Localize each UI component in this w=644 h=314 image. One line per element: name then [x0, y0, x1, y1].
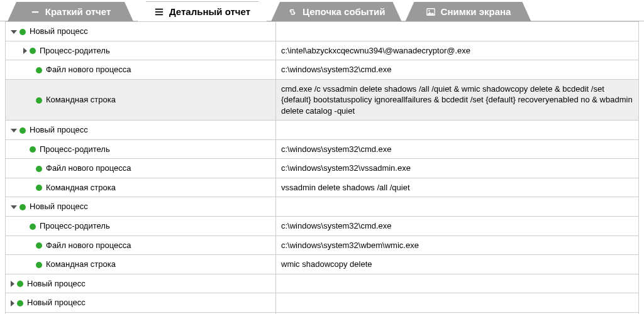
- status-dot-icon: [36, 185, 42, 191]
- table-row[interactable]: Процесс-родительc:\windows\system32\cmd.…: [6, 139, 639, 159]
- row-label: Файл нового процесса: [46, 241, 131, 250]
- row-value: c:\windows\system32\cmd.exe: [276, 139, 639, 159]
- row-label: Командная строка: [46, 259, 116, 269]
- chevron-right-icon: [23, 48, 27, 54]
- tab-bar: Краткий отчет Детальный отчет Цепочка со…: [0, 0, 644, 21]
- table-row[interactable]: Процесс-родительc:\windows\system32\cmd.…: [6, 217, 639, 236]
- row-label: Новый процесс: [27, 298, 86, 307]
- status-dot-icon: [30, 224, 36, 230]
- table-row[interactable]: Новый процесс: [6, 121, 639, 140]
- status-dot-icon: [30, 48, 36, 54]
- row-value: c:\windows\system32\vssadmin.exe: [276, 159, 639, 178]
- table-row[interactable]: Файл нового процессаc:\windows\system32\…: [6, 159, 639, 178]
- status-dot-icon: [36, 262, 42, 268]
- chain-icon: [287, 7, 297, 17]
- row-value: vssadmin delete shadows /all /quiet: [276, 178, 639, 197]
- tab-label: Снимки экрана: [441, 6, 511, 17]
- row-value: wmic shadowcopy delete: [276, 255, 639, 274]
- status-dot-icon: [19, 29, 26, 35]
- tab-chain[interactable]: Цепочка событий: [271, 2, 401, 21]
- svg-rect-2: [155, 11, 163, 13]
- events-table: Новый процессПроцесс-родительc:\intel\ab…: [5, 21, 639, 314]
- image-icon: [426, 7, 436, 17]
- list-icon: [154, 7, 164, 17]
- status-dot-icon: [19, 127, 26, 134]
- table-row[interactable]: Новый процесс: [6, 197, 639, 217]
- row-value: [276, 274, 639, 293]
- table-row[interactable]: Командная строкаwmic shadowcopy delete: [6, 255, 639, 274]
- chevron-down-icon: [11, 129, 17, 133]
- tab-screenshots[interactable]: Снимки экрана: [405, 2, 531, 21]
- row-label: Новый процесс: [30, 125, 88, 134]
- row-value: c:\windows\system32\wbem\wmic.exe: [276, 236, 639, 255]
- row-label: Командная строка: [46, 183, 116, 192]
- table-row[interactable]: Файл нового процессаc:\windows\system32\…: [6, 60, 639, 80]
- table-row[interactable]: Файл нового процессаc:\windows\system32\…: [6, 236, 639, 255]
- table-row[interactable]: Командная строкаvssadmin delete shadows …: [6, 178, 639, 197]
- tab-summary[interactable]: Краткий отчет: [8, 2, 133, 21]
- content-area: Новый процессПроцесс-родительc:\intel\ab…: [0, 21, 644, 314]
- row-value: c:\windows\system32\cmd.exe: [276, 217, 639, 236]
- row-label: Новый процесс: [30, 26, 88, 36]
- table-row[interactable]: Процесс-родительc:\intel\abzyckxcqecwnu3…: [6, 41, 639, 60]
- svg-point-5: [428, 10, 430, 11]
- row-label: Файл нового процесса: [46, 65, 131, 74]
- table-row[interactable]: Командная строкаcmd.exe /c vssadmin dele…: [6, 79, 639, 121]
- status-dot-icon: [36, 67, 42, 73]
- row-label: Командная строка: [46, 95, 116, 104]
- status-dot-icon: [30, 146, 36, 153]
- tab-label: Детальный отчет: [169, 6, 250, 17]
- chevron-right-icon: [11, 281, 14, 287]
- tab-detail[interactable]: Детальный отчет: [137, 1, 267, 21]
- row-label: Новый процесс: [27, 279, 86, 288]
- status-dot-icon: [17, 300, 23, 306]
- row-label: Процесс-родитель: [40, 144, 110, 154]
- table-row[interactable]: Новый процесс: [6, 274, 639, 293]
- row-value: cmd.exe /c vssadmin delete shadows /all …: [276, 79, 639, 121]
- row-label: Процесс-родитель: [40, 221, 110, 230]
- tab-label: Краткий отчет: [45, 6, 111, 17]
- row-value: [276, 197, 639, 217]
- chevron-down-icon: [11, 30, 17, 34]
- row-value: c:\intel\abzyckxcqecwnu394\@wanadecrypto…: [276, 41, 639, 60]
- row-value: [276, 121, 639, 140]
- row-label: Новый процесс: [30, 202, 88, 211]
- status-dot-icon: [36, 242, 42, 249]
- status-dot-icon: [17, 281, 23, 287]
- minus-icon: [30, 7, 40, 17]
- row-value: [276, 293, 639, 313]
- chevron-right-icon: [11, 300, 14, 306]
- table-row[interactable]: Новый процесс: [6, 293, 639, 313]
- chevron-down-icon: [11, 205, 17, 209]
- tab-label: Цепочка событий: [303, 6, 385, 17]
- row-label: Процесс-родитель: [40, 46, 110, 55]
- svg-rect-0: [32, 11, 39, 13]
- status-dot-icon: [19, 204, 26, 210]
- table-row[interactable]: Новый процесс: [6, 22, 639, 41]
- status-dot-icon: [36, 166, 42, 172]
- row-label: Файл нового процесса: [46, 163, 131, 173]
- svg-rect-3: [155, 14, 163, 15]
- row-value: c:\windows\system32\cmd.exe: [276, 60, 639, 80]
- svg-rect-1: [155, 8, 163, 9]
- status-dot-icon: [36, 97, 42, 104]
- row-value: [276, 22, 639, 41]
